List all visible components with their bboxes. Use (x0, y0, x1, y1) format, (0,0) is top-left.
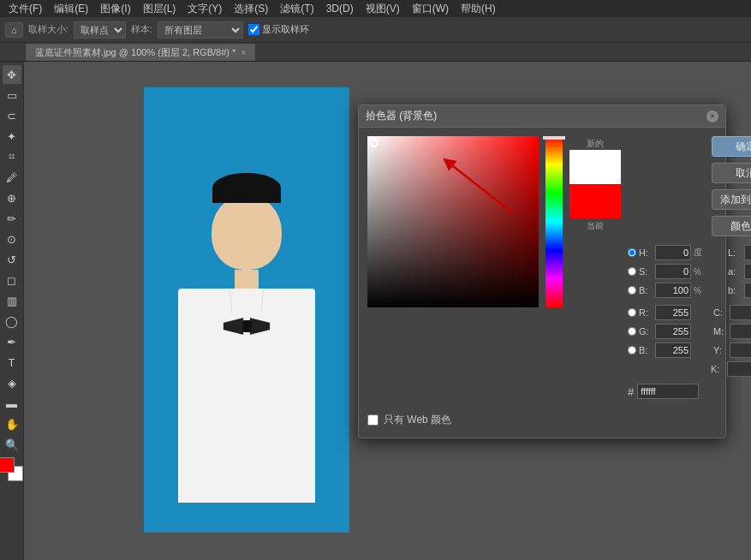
b-input[interactable] (655, 283, 691, 298)
tool-brush[interactable]: ✏ (3, 209, 21, 228)
tool-hand[interactable]: ✋ (3, 414, 21, 433)
menu-3d[interactable]: 3D(D) (321, 1, 359, 16)
b-radio[interactable] (628, 286, 636, 295)
foreground-color-swatch[interactable] (0, 457, 15, 473)
m-input[interactable] (730, 324, 751, 339)
r-input[interactable] (655, 305, 691, 320)
tool-pen[interactable]: ✒ (3, 332, 21, 351)
web-only-row: 只有 Web 颜色 (359, 413, 725, 427)
tool-history[interactable]: ↺ (3, 250, 21, 269)
toolbar-sample-select[interactable]: 所有图层 (158, 21, 243, 39)
c-input[interactable] (730, 305, 751, 320)
menu-select[interactable]: 选择(S) (229, 0, 273, 18)
tab-bar: 蓝底证件照素材.jpg @ 100% (图层 2, RGB/8#) * × (0, 43, 751, 62)
b2-label: B: (639, 345, 653, 355)
tool-lasso[interactable]: ⊂ (3, 106, 21, 125)
tool-eraser[interactable]: ◻ (3, 271, 21, 289)
hue-indicator (543, 136, 565, 140)
s-radio[interactable] (628, 267, 636, 276)
menu-layer[interactable]: 图层(L) (138, 0, 182, 18)
add-to-swatch-button[interactable]: 添加到色板 (712, 189, 751, 210)
menu-edit[interactable]: 编辑(E) (49, 0, 93, 18)
document-tab[interactable]: 蓝底证件照素材.jpg @ 100% (图层 2, RGB/8#) * × (26, 44, 255, 61)
color-picker-dialog: 拾色器 (背景色) × (358, 104, 726, 438)
b3-input[interactable] (744, 283, 751, 298)
photo-container (144, 87, 349, 533)
h-input[interactable] (655, 245, 691, 260)
tool-text[interactable]: T (3, 353, 21, 372)
h-row: H: 度 L: (628, 245, 751, 260)
menu-help[interactable]: 帮助(H) (456, 0, 501, 18)
new-color-label: 新的 (569, 138, 621, 150)
r-label: R: (639, 307, 653, 318)
toolbar-show-ring[interactable]: 显示取样环 (248, 23, 309, 36)
left-toolbar: ✥ ▭ ⊂ ✦ ⌗ 🖉 ⊕ ✏ ⊙ ↺ ◻ ▥ ◯ ✒ T ◈ ▬ ✋ 🔍 (0, 62, 24, 560)
hue-slider[interactable] (545, 136, 563, 307)
menu-text[interactable]: 文字(Y) (182, 0, 227, 18)
tool-heal[interactable]: ⊕ (3, 188, 21, 207)
s-label: S: (639, 266, 653, 277)
menu-window[interactable]: 窗口(W) (407, 0, 454, 18)
tool-move[interactable]: ✥ (3, 65, 21, 84)
menu-filter[interactable]: 滤镜(T) (275, 0, 319, 18)
show-ring-checkbox[interactable] (248, 24, 259, 35)
m-label: M: (713, 326, 727, 337)
hex-input[interactable] (637, 384, 699, 399)
l-input[interactable] (744, 245, 751, 260)
h-unit: 度 (694, 247, 706, 259)
toolbar-tool-select[interactable]: 取样点 (74, 21, 126, 39)
tool-zoom[interactable]: 🔍 (3, 435, 21, 454)
k-row: K: % (643, 361, 751, 377)
g-radio[interactable] (628, 327, 636, 336)
r-radio[interactable] (628, 308, 636, 317)
y-input[interactable] (730, 343, 751, 358)
menu-bar: 文件(F) 编辑(E) 图像(I) 图层(L) 文字(Y) 选择(S) 滤镜(T… (0, 0, 751, 17)
tool-dodge[interactable]: ◯ (3, 312, 21, 331)
g-row: G: M: % (628, 324, 751, 339)
b-label: B: (639, 285, 653, 295)
r-row: R: C: % (628, 305, 751, 320)
b3-label: b: (728, 285, 742, 295)
tool-eyedropper[interactable]: 🖉 (3, 168, 21, 187)
b2-radio[interactable] (628, 346, 636, 354)
tab-close-btn[interactable]: × (241, 48, 246, 57)
k-input[interactable] (727, 361, 751, 377)
h-label: H: (639, 247, 653, 258)
toolbar-tool-label: 取样大小: (28, 23, 69, 36)
menu-view[interactable]: 视图(V) (361, 0, 405, 18)
person-head (212, 194, 282, 270)
s-unit: % (694, 267, 706, 277)
g-input[interactable] (655, 324, 691, 339)
tool-gradient[interactable]: ▥ (3, 291, 21, 310)
cancel-button[interactable]: 取消 (712, 163, 751, 183)
confirm-button[interactable]: 确定 (712, 136, 751, 157)
color-gradient-picker[interactable] (367, 136, 539, 307)
b2-input[interactable] (655, 343, 691, 358)
menu-image[interactable]: 图像(I) (95, 0, 135, 18)
toolbar: ⌂ 取样大小: 取样点 样本: 所有图层 显示取样环 (0, 17, 751, 43)
b-row: B: % b: (628, 283, 751, 298)
dialog-title-bar[interactable]: 拾色器 (背景色) × (359, 105, 725, 128)
new-color-swatch[interactable] (569, 150, 621, 184)
tool-path-select[interactable]: ◈ (3, 373, 21, 392)
l-label: L: (728, 247, 742, 258)
tool-clone[interactable]: ⊙ (3, 229, 21, 248)
toolbar-home-btn[interactable]: ⌂ (5, 22, 23, 38)
tool-crop[interactable]: ⌗ (3, 147, 21, 166)
tool-shape[interactable]: ▬ (3, 394, 21, 413)
s-input[interactable] (655, 264, 691, 279)
web-only-checkbox[interactable] (367, 414, 378, 426)
current-color-swatch[interactable] (569, 184, 621, 218)
a-label: a: (728, 266, 742, 277)
canvas-area[interactable]: 拾色器 (背景色) × (24, 62, 751, 560)
menu-file[interactable]: 文件(F) (3, 0, 47, 18)
tool-select-rect[interactable]: ▭ (3, 86, 21, 104)
h-radio[interactable] (628, 248, 636, 257)
color-library-button[interactable]: 颜色库 (712, 216, 751, 236)
tool-magic-wand[interactable]: ✦ (3, 127, 21, 146)
bow-tie (224, 313, 271, 340)
dialog-close-button[interactable]: × (706, 110, 718, 122)
k-label: K: (711, 364, 724, 374)
dialog-title: 拾色器 (背景色) (366, 109, 437, 123)
a-input[interactable] (744, 264, 751, 279)
